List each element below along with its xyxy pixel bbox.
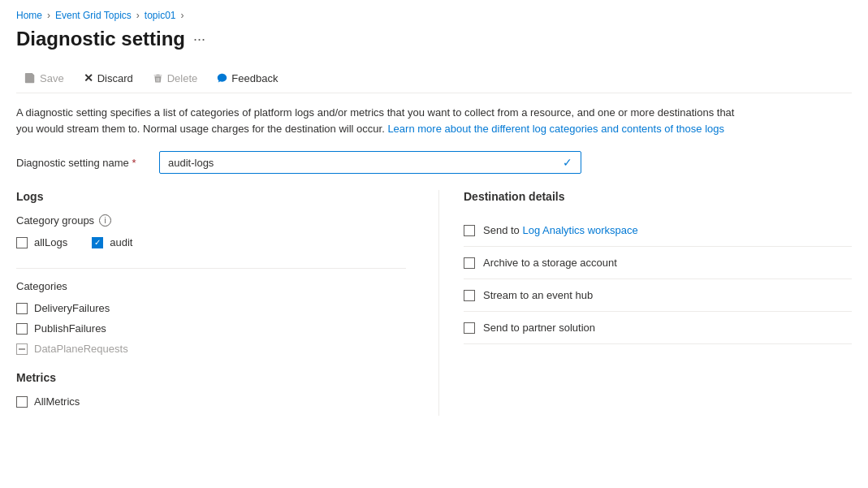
storage-account-checkbox[interactable] xyxy=(464,257,475,269)
destination-log-analytics: Send to Log Analytics workspace xyxy=(464,214,852,247)
diagnostic-setting-name-input[interactable] xyxy=(168,157,563,169)
breadcrumb: Home › Event Grid Topics › topic01 › xyxy=(16,10,852,21)
input-checkmark-icon: ✓ xyxy=(563,156,572,169)
description-learn-more-link[interactable]: Learn more about the different log categ… xyxy=(387,123,724,135)
breadcrumb-event-grid[interactable]: Event Grid Topics xyxy=(55,10,132,21)
page-title: Diagnostic setting xyxy=(16,28,185,50)
delivery-failures-checkbox-row[interactable]: DeliveryFailures xyxy=(16,302,406,314)
delivery-failures-label: DeliveryFailures xyxy=(34,302,110,314)
destination-partner-solution: Send to partner solution xyxy=(464,312,852,344)
log-analytics-label: Send to Log Analytics workspace xyxy=(483,224,638,236)
delete-label: Delete xyxy=(167,72,198,84)
category-groups-label: Category groups xyxy=(16,214,94,227)
partner-solution-checkbox[interactable] xyxy=(464,322,475,334)
storage-account-label: Archive to a storage account xyxy=(483,257,617,269)
metrics-section: Metrics AllMetrics xyxy=(16,371,406,408)
save-label: Save xyxy=(40,72,64,84)
category-groups-header: Category groups i xyxy=(16,214,406,227)
delivery-failures-checkbox xyxy=(16,303,28,314)
event-hub-label: Stream to an event hub xyxy=(483,289,593,301)
dataplane-requests-checkbox-row: DataPlaneRequests xyxy=(16,343,406,355)
discard-label: Discard xyxy=(97,72,133,84)
category-groups-row: allLogs audit xyxy=(16,236,406,257)
publish-failures-label: PublishFailures xyxy=(34,322,106,335)
categories-header: Categories xyxy=(16,280,406,292)
partner-solution-label: Send to partner solution xyxy=(483,322,595,334)
breadcrumb-home[interactable]: Home xyxy=(16,10,42,21)
logs-section-title: Logs xyxy=(16,190,406,203)
audit-checkbox xyxy=(92,237,103,248)
save-button[interactable]: Save xyxy=(16,69,72,88)
form-row: Diagnostic setting name * ✓ xyxy=(16,151,852,174)
breadcrumb-sep-2: › xyxy=(136,10,140,21)
breadcrumb-sep-3: › xyxy=(181,10,184,21)
category-groups-info-icon[interactable]: i xyxy=(99,214,111,227)
audit-label: audit xyxy=(110,236,132,248)
discard-button[interactable]: ✕ Discard xyxy=(76,68,141,88)
all-metrics-checkbox-row[interactable]: AllMetrics xyxy=(16,395,406,408)
dataplane-requests-checkbox xyxy=(16,343,28,355)
destination-storage-account: Archive to a storage account xyxy=(464,247,852,279)
toolbar: Save ✕ Discard Delete Feedback xyxy=(16,63,852,93)
description-text: A diagnostic setting specifies a list of… xyxy=(16,105,747,136)
required-marker: * xyxy=(132,157,136,169)
feedback-icon xyxy=(217,73,227,84)
event-hub-checkbox[interactable] xyxy=(464,290,475,301)
main-content: Logs Category groups i allLogs audit xyxy=(16,190,852,416)
more-options-button[interactable]: ··· xyxy=(193,31,205,48)
log-analytics-link[interactable]: Log Analytics workspace xyxy=(522,224,637,236)
breadcrumb-sep-1: › xyxy=(47,10,50,21)
delete-button[interactable]: Delete xyxy=(145,69,206,88)
all-metrics-checkbox xyxy=(16,396,28,408)
delete-icon xyxy=(153,73,163,84)
categories-label: Categories xyxy=(16,280,67,292)
destination-event-hub: Stream to an event hub xyxy=(464,279,852,312)
all-metrics-label: AllMetrics xyxy=(34,395,80,408)
breadcrumb-topic[interactable]: topic01 xyxy=(145,10,176,21)
discard-icon: ✕ xyxy=(84,71,93,84)
audit-checkbox-row[interactable]: audit xyxy=(92,236,132,248)
alllogs-checkbox xyxy=(16,237,28,248)
categories-divider xyxy=(16,268,406,269)
publish-failures-checkbox xyxy=(16,323,28,335)
diagnostic-setting-name-input-wrapper: ✓ xyxy=(159,151,581,174)
feedback-label: Feedback xyxy=(231,72,278,84)
dataplane-requests-label: DataPlaneRequests xyxy=(34,343,128,355)
save-icon xyxy=(24,72,36,84)
publish-failures-checkbox-row[interactable]: PublishFailures xyxy=(16,322,406,335)
log-analytics-checkbox[interactable] xyxy=(464,225,475,236)
right-column: Destination details Send to Log Analytic… xyxy=(438,190,852,416)
metrics-section-title: Metrics xyxy=(16,371,406,384)
left-column: Logs Category groups i allLogs audit xyxy=(16,190,406,416)
alllogs-label: allLogs xyxy=(34,236,67,248)
destination-section-title: Destination details xyxy=(464,190,852,203)
alllogs-checkbox-row[interactable]: allLogs xyxy=(16,236,67,248)
form-label: Diagnostic setting name * xyxy=(16,157,146,169)
feedback-button[interactable]: Feedback xyxy=(209,69,286,88)
